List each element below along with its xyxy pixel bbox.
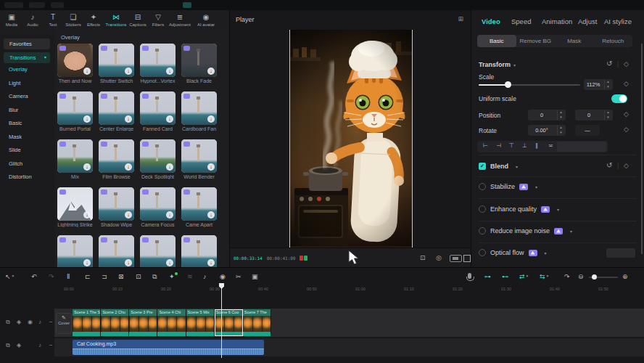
quality-indicator-icon[interactable] [300, 256, 308, 261]
snapshot-icon[interactable]: ◎ [436, 254, 442, 261]
timeline-clip[interactable]: Scene 6 Coo [215, 309, 243, 336]
transition-item[interactable]: ↓Then and Now [57, 44, 93, 83]
tab-adjust[interactable]: Adjust [578, 17, 597, 25]
transition-item[interactable]: ↓Camera Focus [140, 187, 176, 227]
audio-track-icon-1[interactable]: ◈ [17, 342, 21, 348]
sidebar-item-basic[interactable]: Basic [9, 119, 22, 128]
checkbox-circle[interactable] [479, 183, 486, 190]
download-icon[interactable]: ↓ [125, 259, 132, 266]
align-icon-4[interactable]: ∥ [535, 142, 538, 149]
download-icon[interactable]: ↓ [166, 259, 173, 266]
subtab-retouch[interactable]: Retouch [594, 35, 633, 47]
transition-item[interactable]: ↓Black Fade [181, 44, 217, 83]
timeline-audio-icon[interactable]: ♪ [203, 273, 207, 280]
ratio-button[interactable] [450, 255, 462, 262]
transition-item[interactable]: ↓Shutter Switch [99, 44, 134, 83]
mic-icon[interactable] [468, 273, 471, 279]
timeline-undo-icon[interactable]: ↶ [31, 273, 37, 280]
checkbox-circle[interactable] [479, 205, 486, 213]
position-x-input[interactable]: 0▲▼ [528, 110, 566, 121]
audio-track-icon-3[interactable]: − [49, 342, 53, 348]
transition-item[interactable]: ↓Fanned Card [140, 91, 176, 131]
playhead[interactable] [221, 284, 222, 358]
sidebar-item-slide[interactable]: Slide [9, 146, 21, 155]
download-icon[interactable]: ↓ [83, 68, 91, 75]
transition-item[interactable]: ↓ [99, 235, 134, 267]
timeline-select-tool-icon[interactable]: ↖▾ [5, 273, 14, 280]
download-icon[interactable]: ↓ [166, 68, 173, 75]
download-icon[interactable]: ↓ [125, 163, 132, 171]
download-icon[interactable]: ↓ [166, 211, 173, 219]
timeline-scissors-icon[interactable]: ✂ [236, 273, 242, 280]
timeline-clip[interactable]: Scene 4 Chi [157, 309, 186, 336]
align-icon-3[interactable]: ⊥ [522, 142, 527, 149]
transition-item[interactable]: ↓ [140, 235, 176, 267]
rotate-dial[interactable]: — [575, 125, 600, 136]
fit-icon[interactable]: ⊡ [420, 254, 426, 261]
download-icon[interactable]: ↓ [125, 211, 132, 219]
timeline-redo-icon[interactable]: ↷ [49, 273, 54, 280]
tab-ai-stylize[interactable]: AI stylize [604, 17, 632, 25]
video-track-icon-3[interactable]: ♪ [38, 319, 41, 325]
download-icon[interactable]: ↓ [166, 163, 173, 171]
transition-item[interactable]: ↓ [181, 235, 217, 267]
timeline-clip[interactable]: Scene 5 Mix [186, 309, 215, 336]
tab-video[interactable]: Video [482, 17, 500, 25]
transform-label[interactable]: Transform▾ [479, 61, 516, 68]
timeline-mirror-icon[interactable]: ≋ [187, 273, 193, 280]
transition-item[interactable]: ↓Cardboard Fan [181, 91, 217, 131]
audio-track-icon-0[interactable]: ⧉ [6, 342, 10, 349]
align-icon-1[interactable]: ⊣ [496, 142, 501, 149]
timeline-trim-left-icon[interactable]: ⊏ [85, 273, 91, 280]
tab-adjustment[interactable]: ≣Adjustment [168, 13, 191, 27]
titlebar-menu-item[interactable] [4, 2, 23, 8]
player-options-icon[interactable]: ⊞ [458, 15, 463, 23]
tab-ai-avatar[interactable]: ◉AI avatar [194, 13, 218, 27]
download-icon[interactable]: ↓ [83, 163, 91, 171]
align-icon-0[interactable]: ⊢ [483, 142, 488, 149]
keyframe-blend-icon[interactable]: ◇ [624, 162, 629, 169]
timeline-avatar-icon[interactable]: ◉ [220, 273, 226, 280]
zoom-in-icon[interactable]: ⊕ [622, 273, 628, 280]
sidebar-group-transitions[interactable]: Transitions▾ [4, 52, 50, 63]
uniform-scale-toggle[interactable] [611, 94, 627, 103]
align-icon-5[interactable]: ≍ [548, 142, 553, 149]
sidebar-item-distortion[interactable]: Distortion [9, 173, 32, 182]
inspector-scrollbar[interactable] [641, 44, 643, 254]
transition-item[interactable]: ↓Center Enlarge [99, 91, 134, 131]
sidebar-item-camera[interactable]: Camera [9, 92, 28, 101]
sidebar-item-favorites[interactable]: Favorites [4, 38, 50, 49]
transition-item[interactable]: ↓Deck Spotlight [140, 139, 176, 179]
tab-animation[interactable]: Animation [542, 17, 572, 25]
titlebar-menu-item[interactable] [51, 2, 64, 8]
download-icon[interactable]: ↓ [207, 68, 215, 75]
keyframe-transform-icon[interactable]: ◇ [624, 60, 629, 68]
zoom-out-icon[interactable]: ⊖ [578, 273, 584, 280]
align-icon-2[interactable]: ⊤ [509, 142, 514, 149]
checkbox-circle[interactable] [479, 227, 486, 234]
sidebar-item-overlay[interactable]: Overlay [9, 65, 28, 74]
timeline-transition-tool-1[interactable]: ⊷ [502, 273, 508, 280]
transition-item[interactable]: ↓World Bender [181, 139, 217, 179]
download-icon[interactable]: ↓ [125, 68, 132, 75]
timeline-split-icon[interactable]: Ⅱ [67, 273, 70, 280]
timeline-clip[interactable]: Scene 3 Pre [129, 309, 157, 336]
tab-media[interactable]: ▣Media [0, 13, 23, 27]
tab-filters[interactable]: ▽Filters [146, 13, 170, 27]
transition-item[interactable]: ↓Mix [57, 139, 93, 179]
download-icon[interactable]: ↓ [166, 115, 173, 123]
download-icon[interactable]: ↓ [207, 211, 215, 219]
transition-item[interactable]: ↓Came Apart [181, 187, 217, 227]
timeline-transition-tool-2[interactable]: ⇄▾ [519, 273, 528, 280]
position-y-input[interactable]: 0▲▼ [575, 110, 613, 121]
subtab-remove-bg[interactable]: Remove BG [516, 35, 556, 47]
tab-effects[interactable]: ✦Effects [82, 13, 105, 27]
transition-item[interactable]: ↓Lightning Strike [57, 187, 93, 227]
reset-transform-icon[interactable]: ↺ [606, 60, 612, 68]
transition-item[interactable]: ↓Film Browse [99, 139, 134, 179]
keyframe-rotate-icon[interactable]: ◇ [624, 126, 629, 133]
download-icon[interactable]: ↓ [207, 259, 215, 266]
tab-transitions[interactable]: ⋈Transitions [104, 13, 128, 27]
rotate-value-input[interactable]: 0.00°▲▼ [528, 125, 566, 136]
timeline-record-icon[interactable]: ▣ [252, 273, 258, 280]
